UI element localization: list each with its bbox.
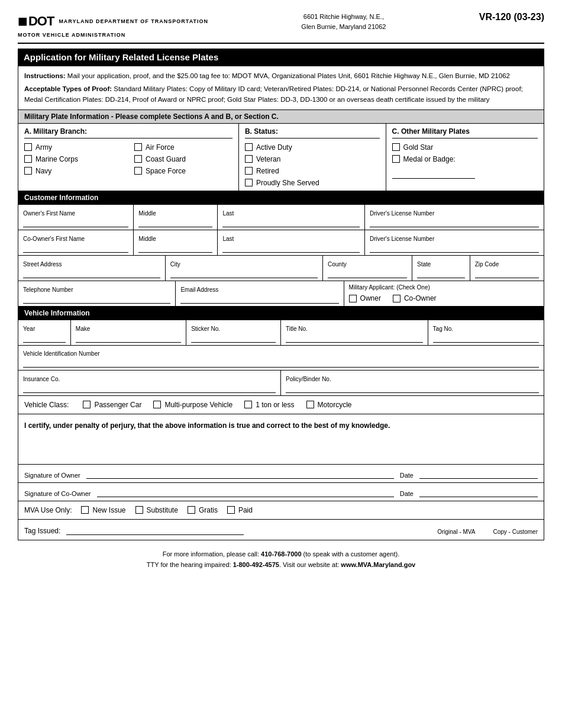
phone-label: Telephone Number — [23, 286, 170, 293]
air-force-label: Air Force — [146, 143, 175, 152]
copy-original: Original - MVA — [437, 529, 475, 535]
applicant-owner-checkbox[interactable] — [349, 295, 357, 302]
footer-line1-after: (to speak with a customer agent). — [302, 550, 400, 558]
one-ton-item: 1 ton or less — [244, 401, 294, 409]
proudly-she-served-checkbox[interactable] — [245, 179, 253, 186]
army-checkbox[interactable] — [24, 143, 32, 151]
owner-dl-input[interactable] — [370, 218, 539, 227]
street-address-input[interactable] — [23, 269, 160, 278]
status-active-duty: Active Duty — [245, 143, 380, 152]
veteran-label: Veteran — [256, 155, 280, 163]
status-list: Active Duty Veteran Retired Proudly She … — [245, 143, 380, 187]
vehicle-row: Year Make Sticker No. Title No. Tag No. — [18, 320, 544, 346]
sticker-cell: Sticker No. — [186, 320, 281, 345]
sticker-input[interactable] — [191, 333, 276, 343]
retired-checkbox[interactable] — [245, 167, 253, 175]
section-b: B. Status: Active Duty Veteran Retired P… — [239, 124, 386, 191]
coowner-first-name-input[interactable] — [23, 243, 128, 253]
sticker-label: Sticker No. — [191, 326, 276, 332]
tag-input[interactable] — [433, 333, 539, 343]
vin-input[interactable] — [23, 358, 539, 368]
date-owner-line[interactable] — [419, 468, 538, 479]
copy-notice: Original - MVA Copy - Customer — [437, 529, 538, 535]
owner-middle-input[interactable] — [138, 218, 212, 227]
substitute-label: Substitute — [147, 506, 178, 514]
mdot-text: DOT — [28, 14, 54, 29]
navy-checkbox[interactable] — [24, 167, 32, 175]
one-ton-label: 1 ton or less — [256, 401, 294, 409]
owner-row: Owner's First Name Middle Last Driver's … — [18, 205, 544, 230]
agency-line2: MOTOR VEHICLE ADMINISTRATION — [18, 32, 208, 38]
phone-cell: Telephone Number — [18, 281, 176, 306]
year-input[interactable] — [23, 333, 66, 343]
coowner-dl-input[interactable] — [370, 243, 539, 253]
title-input[interactable] — [286, 333, 423, 343]
year-label: Year — [23, 326, 66, 332]
coowner-last-cell: Last — [218, 230, 365, 255]
signature-coowner-line[interactable] — [97, 487, 394, 497]
logo-area: ■ DOT MARYLAND DEPARTMENT OF TRANSPORTAT… — [18, 12, 208, 38]
coast-guard-checkbox[interactable] — [134, 155, 142, 163]
owner-last-input[interactable] — [222, 218, 360, 227]
footer-line2: TTY for the hearing impaired: 1-800-492-… — [18, 559, 544, 571]
marine-corps-checkbox[interactable] — [24, 155, 32, 163]
active-duty-label: Active Duty — [256, 143, 292, 152]
state-cell: State — [412, 256, 470, 281]
city-input[interactable] — [170, 269, 318, 278]
coowner-last-input[interactable] — [222, 243, 360, 253]
vehicle-info-header: Vehicle Information — [18, 307, 544, 320]
coowner-middle-input[interactable] — [138, 243, 212, 253]
applicant-coowner-checkbox[interactable] — [393, 295, 400, 302]
passenger-car-checkbox[interactable] — [83, 401, 91, 408]
multi-purpose-checkbox[interactable] — [153, 401, 161, 408]
new-issue-checkbox[interactable] — [81, 506, 89, 514]
proof-para: Acceptable Types of Proof: Standard Mili… — [24, 84, 538, 105]
substitute-checkbox[interactable] — [135, 506, 143, 514]
gratis-checkbox[interactable] — [188, 506, 195, 514]
agency-line1: MARYLAND DEPARTMENT OF TRANSPORTATION — [59, 18, 208, 24]
tag-cell: Tag No. — [428, 320, 544, 345]
veteran-checkbox[interactable] — [245, 155, 253, 163]
motorcycle-checkbox[interactable] — [306, 401, 314, 408]
date-coowner-line[interactable] — [419, 487, 538, 497]
medal-badge-line — [392, 169, 475, 179]
insurance-co-input[interactable] — [23, 384, 276, 393]
one-ton-checkbox[interactable] — [244, 401, 252, 408]
medal-badge-checkbox[interactable] — [392, 155, 400, 163]
vin-cell: Vehicle Identification Number — [18, 346, 544, 371]
space-force-checkbox[interactable] — [134, 167, 142, 175]
make-input[interactable] — [76, 333, 181, 343]
vehicle-class-label: Vehicle Class: — [24, 401, 69, 409]
owner-last-label: Last — [222, 210, 360, 217]
coowner-row: Co-Owner's First Name Middle Last Driver… — [18, 230, 544, 256]
active-duty-checkbox[interactable] — [245, 143, 253, 151]
new-issue-label: New Issue — [92, 506, 125, 514]
status-veteran: Veteran — [245, 155, 380, 163]
coowner-dl-cell: Driver's License Number — [365, 230, 544, 255]
owner-middle-cell: Middle — [134, 205, 218, 230]
navy-label: Navy — [35, 167, 51, 175]
owner-last-cell: Last — [218, 205, 365, 230]
coowner-last-label: Last — [222, 236, 360, 242]
owner-first-name-input[interactable] — [23, 218, 128, 227]
footer-line1: For more information, please call: 410-7… — [18, 549, 544, 560]
signature-owner-line[interactable] — [86, 468, 394, 479]
paid-checkbox[interactable] — [227, 506, 235, 514]
multi-purpose-label: Multi-purpose Vehicle — [164, 401, 232, 409]
policy-input[interactable] — [286, 384, 539, 393]
header-address: 6601 Ritchie Highway, N.E., Glen Burnie,… — [301, 12, 386, 31]
customer-info-header: Customer Information — [18, 191, 544, 205]
tag-issued-line[interactable] — [66, 524, 244, 535]
coowner-middle-label: Middle — [138, 236, 212, 242]
other-list: Gold Star Medal or Badge: — [392, 143, 538, 179]
zip-input[interactable] — [475, 269, 539, 278]
phone-input[interactable] — [23, 294, 170, 304]
email-input[interactable] — [180, 294, 338, 304]
air-force-checkbox[interactable] — [134, 143, 142, 151]
county-input[interactable] — [328, 269, 407, 278]
coowner-middle-cell: Middle — [134, 230, 218, 255]
gold-star-label: Gold Star — [403, 143, 434, 152]
state-input[interactable] — [417, 269, 465, 278]
gold-star-checkbox[interactable] — [392, 143, 400, 151]
instructions-text: Mail your application, proof, and the $2… — [66, 72, 510, 79]
